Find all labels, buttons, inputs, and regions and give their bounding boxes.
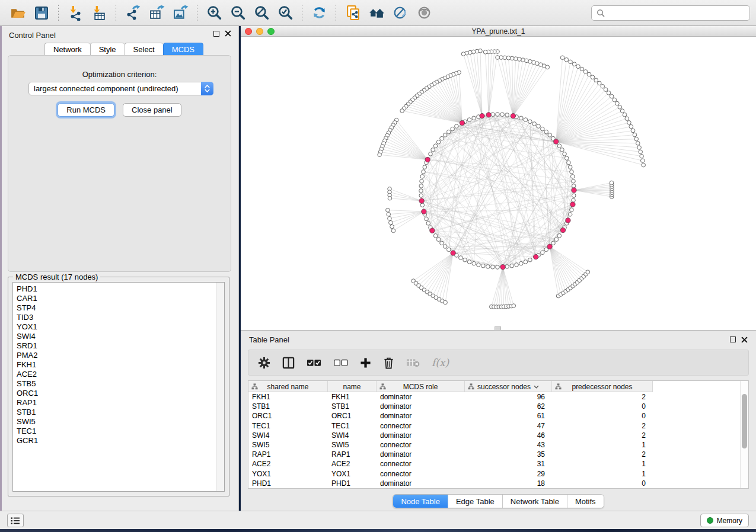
memory-button[interactable]: Memory <box>700 514 749 527</box>
import-table-icon[interactable] <box>90 4 108 22</box>
close-panel-icon[interactable] <box>225 30 231 37</box>
mcds-result-item[interactable]: GCR1 <box>17 436 216 446</box>
column-header-mcds_role[interactable]: MCDS role <box>377 381 465 392</box>
table-row[interactable]: PHD1PHD1dominator180 <box>248 479 740 488</box>
import-network-icon[interactable] <box>66 4 84 22</box>
tab-style[interactable]: Style <box>90 43 125 56</box>
cell-predecessor_nodes: 0 <box>552 411 653 421</box>
cell-name: RAP1 <box>328 450 377 459</box>
deselect-all-columns-icon[interactable] <box>333 358 348 367</box>
mcds-result-item[interactable]: ACE2 <box>17 370 216 379</box>
column-header-shared_name[interactable]: shared name <box>248 381 328 392</box>
optimization-criterion-select[interactable]: largest connected component (undirected) <box>28 82 213 95</box>
task-history-button[interactable] <box>7 514 24 527</box>
tab-network[interactable]: Network <box>44 43 90 56</box>
node-table-header: shared namenameMCDS rolesuccessor nodesp… <box>248 381 740 392</box>
tab-edge-table[interactable]: Edge Table <box>448 495 503 508</box>
column-header-name[interactable]: name <box>328 381 377 392</box>
mcds-list-scrollbar[interactable] <box>216 283 224 491</box>
mcds-result-item[interactable]: TEC1 <box>17 427 216 436</box>
table-row[interactable]: YOX1YOX1connector291 <box>248 469 740 479</box>
zoom-selected-icon[interactable] <box>276 4 294 22</box>
mcds-result-list[interactable]: PHD1CAR1STP4TID3YOX1SWI4SRD1PMA2FKH1ACE2… <box>12 282 225 492</box>
network-window-title: YPA_prune.txt_1 <box>241 27 756 36</box>
mcds-result-item[interactable]: CAR1 <box>17 294 216 303</box>
network-canvas[interactable] <box>241 37 756 330</box>
tab-mcds[interactable]: MCDS <box>163 43 203 56</box>
save-session-icon[interactable] <box>33 4 50 22</box>
table-row[interactable]: SWI4SWI4dominator462 <box>248 431 740 440</box>
table-row[interactable]: TEC1TEC1connector472 <box>248 421 740 431</box>
table-row[interactable]: STB1STB1dominator620 <box>248 402 740 411</box>
zoom-out-icon[interactable] <box>229 4 247 22</box>
cell-successor_nodes: 46 <box>465 431 552 440</box>
network-overview-icon[interactable] <box>344 4 362 22</box>
select-all-columns-icon[interactable] <box>307 358 321 367</box>
tab-select[interactable]: Select <box>125 43 163 56</box>
show-graphics-details-icon[interactable] <box>415 4 433 22</box>
mcds-result-item[interactable]: SWI5 <box>17 417 216 427</box>
table-row[interactable]: ACE2ACE2connector311 <box>248 459 740 469</box>
tab-motifs[interactable]: Motifs <box>567 495 604 508</box>
export-table-icon[interactable] <box>148 4 165 22</box>
column-header-predecessor_nodes[interactable]: predecessor nodes <box>552 381 653 392</box>
status-bar: Memory <box>0 511 756 529</box>
cell-successor_nodes: 18 <box>465 479 552 488</box>
table-scrollbar-thumb[interactable] <box>742 394 747 448</box>
open-session-icon[interactable] <box>9 4 27 22</box>
cell-shared_name: RAP1 <box>248 450 328 459</box>
mcds-result-item[interactable]: RAP1 <box>17 398 216 408</box>
float-panel-icon[interactable] <box>730 336 736 342</box>
mcds-result-item[interactable]: STP4 <box>17 303 216 313</box>
main-toolbar <box>0 0 756 26</box>
column-header-successor_nodes[interactable]: successor nodes <box>465 381 552 392</box>
table-row[interactable]: FKH1FKH1dominator962 <box>248 392 740 402</box>
cell-shared_name: TEC1 <box>248 421 328 431</box>
cell-predecessor_nodes: 0 <box>552 479 653 488</box>
table-scrollbar[interactable] <box>740 381 748 488</box>
delete-column-icon[interactable] <box>383 357 394 369</box>
float-panel-icon[interactable] <box>213 31 219 37</box>
search-input[interactable] <box>608 9 745 17</box>
mcds-result-item[interactable]: YOX1 <box>17 322 216 332</box>
table-settings-gear-icon[interactable] <box>258 357 270 369</box>
mcds-result-item[interactable]: STB1 <box>17 408 216 417</box>
tab-network-table[interactable]: Network Table <box>503 495 567 508</box>
mcds-result-item[interactable]: STB5 <box>17 379 216 389</box>
cell-successor_nodes: 31 <box>465 459 552 469</box>
network-window-titlebar[interactable]: YPA_prune.txt_1 <box>241 26 756 37</box>
mcds-result-item[interactable]: SWI4 <box>17 332 216 341</box>
mcds-result-item[interactable]: TID3 <box>17 313 216 322</box>
control-panel-tabs: NetworkStyleSelectMCDS <box>44 43 203 56</box>
tab-node-table[interactable]: Node Table <box>393 495 448 508</box>
zoom-in-icon[interactable] <box>205 4 223 22</box>
hide-graphics-details-icon[interactable] <box>391 4 409 22</box>
table-panel: Table Panel f(x) shared namenameMCD <box>241 330 756 511</box>
search-field[interactable] <box>591 5 750 21</box>
delete-table-icon <box>406 358 420 367</box>
mcds-result-item[interactable]: PHD1 <box>17 284 216 294</box>
cell-mcds_role: connector <box>377 440 465 450</box>
mcds-result-item[interactable]: FKH1 <box>17 360 216 370</box>
table-row[interactable]: SWI5SWI5connector431 <box>248 440 740 450</box>
export-image-icon[interactable] <box>171 4 189 22</box>
mcds-panel: Optimization criterion: largest connecte… <box>8 55 231 272</box>
create-column-icon[interactable] <box>360 357 371 368</box>
table-row[interactable]: RAP1RAP1dominator352 <box>248 450 740 459</box>
toolbar-separator <box>302 5 302 21</box>
home-icon[interactable] <box>368 4 385 22</box>
table-row[interactable]: ORC1ORC1dominator610 <box>248 411 740 421</box>
mcds-result-item[interactable]: ORC1 <box>17 389 216 398</box>
toolbar-separator <box>336 5 336 21</box>
mcds-result-item[interactable]: PMA2 <box>17 351 216 360</box>
mcds-result-item[interactable]: SRD1 <box>17 341 216 351</box>
export-network-icon[interactable] <box>124 4 142 22</box>
run-mcds-button[interactable]: Run MCDS <box>58 103 114 117</box>
close-panel-icon[interactable] <box>741 336 748 343</box>
close-panel-button[interactable]: Close panel <box>123 103 181 117</box>
cell-name: YOX1 <box>328 469 377 479</box>
zoom-fit-icon[interactable] <box>253 4 270 22</box>
refresh-layout-icon[interactable] <box>310 4 328 22</box>
show-column-panel-icon[interactable] <box>282 357 295 369</box>
cell-successor_nodes: 61 <box>465 411 552 421</box>
